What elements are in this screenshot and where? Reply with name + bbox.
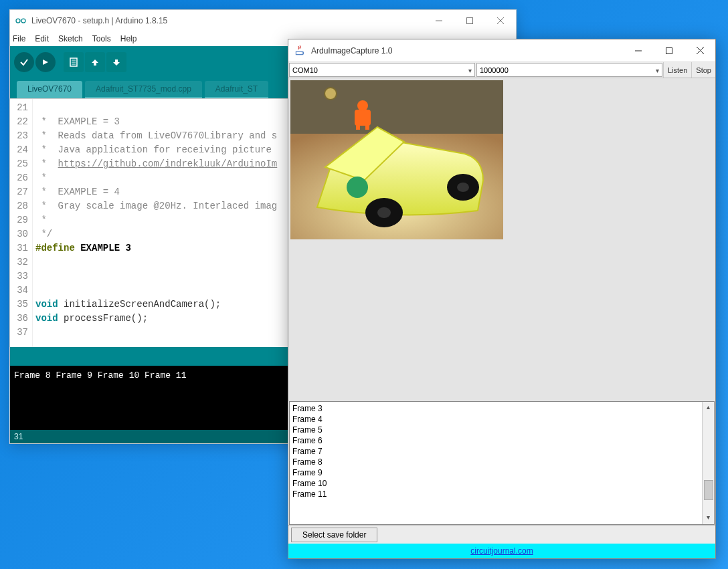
maximize-icon[interactable] [454, 10, 485, 31]
svg-marker-12 [113, 60, 120, 66]
aic-log-text[interactable]: Frame 3 Frame 4 Frame 5 Frame 6 Frame 7 … [290, 402, 702, 524]
maximize-icon[interactable] [654, 39, 685, 62]
chevron-down-icon: ▾ [656, 66, 659, 74]
close-icon[interactable] [485, 10, 516, 31]
minimize-icon[interactable] [623, 39, 654, 62]
scrollbar[interactable]: ▴ ▾ [702, 402, 714, 524]
save-button[interactable] [106, 52, 126, 72]
arduimagecapture-window: ArduImageCapture 1.0 COM10 ▾ 1000000 ▾ L… [288, 39, 716, 559]
aic-titlebar: ArduImageCapture 1.0 [288, 39, 715, 62]
menu-edit[interactable]: Edit [35, 34, 49, 43]
aic-image-area [288, 78, 715, 401]
svg-rect-22 [356, 123, 360, 130]
new-button[interactable] [64, 52, 84, 72]
arduino-logo-icon [15, 15, 26, 26]
scroll-up-icon[interactable]: ▴ [707, 402, 710, 413]
verify-button[interactable] [14, 52, 34, 72]
upload-button[interactable] [35, 52, 56, 72]
aic-bottom-bar: Select save folder [288, 525, 715, 544]
svg-marker-11 [92, 60, 98, 66]
port-value: COM10 [292, 66, 318, 74]
svg-rect-3 [467, 18, 473, 24]
port-select[interactable]: COM10 ▾ [289, 63, 475, 77]
aic-footer: circuitjournal.com [288, 544, 715, 558]
menu-file[interactable]: File [13, 34, 25, 43]
baud-value: 1000000 [480, 66, 509, 74]
baud-select[interactable]: 1000000 ▾ [476, 63, 662, 77]
svg-point-18 [325, 88, 337, 100]
tab-liveov7670[interactable]: LiveOV7670 [17, 81, 82, 98]
arduino-titlebar: LiveOV7670 - setup.h | Arduino 1.8.15 [10, 10, 516, 31]
captured-image [290, 80, 503, 239]
editor-gutter: 21 22 23 24 25 26 27 28 29 30 31 32 33 3… [10, 99, 33, 347]
open-button[interactable] [85, 52, 105, 72]
stop-button[interactable]: Stop [691, 62, 715, 78]
aic-log-panel: Frame 3 Frame 4 Frame 5 Frame 6 Frame 7 … [289, 401, 715, 525]
menu-tools[interactable]: Tools [92, 34, 111, 43]
minimize-icon[interactable] [424, 10, 454, 31]
scroll-down-icon[interactable]: ▾ [707, 512, 710, 523]
tab-adafruit-st[interactable]: Adafruit_ST [205, 81, 268, 98]
tab-adafruit-cpp[interactable]: Adafruit_ST7735_mod.cpp [85, 81, 202, 98]
svg-marker-6 [43, 60, 48, 65]
select-save-folder-button[interactable]: Select save folder [291, 528, 377, 542]
aic-window-title: ArduImageCapture 1.0 [311, 46, 392, 55]
close-icon[interactable] [685, 39, 715, 62]
svg-point-28 [457, 183, 469, 192]
svg-point-24 [347, 177, 368, 198]
svg-point-21 [357, 100, 368, 111]
footer-line-number: 31 [14, 432, 23, 441]
menu-help[interactable]: Help [120, 34, 137, 43]
svg-point-26 [377, 207, 391, 218]
scroll-thumb[interactable] [704, 480, 713, 500]
chevron-down-icon: ▾ [468, 66, 472, 74]
svg-rect-23 [365, 123, 369, 130]
svg-point-0 [16, 19, 20, 23]
aic-topbar: COM10 ▾ 1000000 ▾ Listen Stop [288, 62, 715, 78]
arduino-window-title: LiveOV7670 - setup.h | Arduino 1.8.15 [31, 16, 167, 25]
svg-rect-14 [666, 47, 672, 53]
java-cup-icon [294, 45, 306, 57]
svg-point-1 [21, 19, 25, 23]
menu-sketch[interactable]: Sketch [58, 34, 83, 43]
footer-link[interactable]: circuitjournal.com [470, 546, 533, 556]
listen-button[interactable]: Listen [663, 62, 691, 78]
